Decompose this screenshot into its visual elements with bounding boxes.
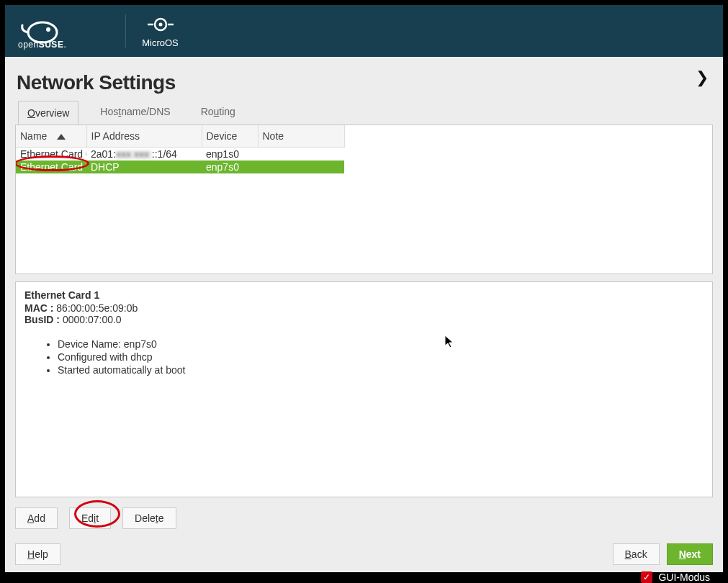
tabs: Overview Hostname/DNS Routing (15, 100, 713, 125)
brand-microos: MicroOS (142, 14, 179, 48)
checkbox-icon[interactable]: ✓ (641, 571, 652, 583)
col-name[interactable]: Name (16, 125, 86, 147)
status-bar: ✓ GUI-Modus (5, 572, 723, 583)
col-note[interactable]: Note (258, 125, 344, 147)
wizard-footer: Help Back Next (15, 536, 713, 565)
overview-panel: Name IP Address Device Note Ethernet Car… (15, 125, 713, 565)
microos-label: MicroOS (142, 37, 179, 48)
table-header-row[interactable]: Name IP Address Device Note (16, 125, 344, 147)
table-row[interactable]: Ethernet Card 1 DHCP enp7s0 (16, 161, 344, 173)
add-button[interactable]: Add (15, 507, 58, 529)
svg-point-1 (46, 27, 50, 32)
edit-button[interactable]: Edit (69, 507, 111, 529)
details-bullets: Device Name: enp7s0 Configured with dhcp… (58, 338, 704, 376)
content-area: ❯ Network Settings Overview Hostname/DNS… (5, 57, 723, 572)
details-busid: BusID : 0000:07:00.0 (24, 314, 704, 325)
detail-bullet: Started automatically at boot (58, 364, 704, 376)
table-row[interactable]: Ethernet Card 0 2a01:xxx:xxx:::1/64 enp1… (16, 147, 344, 161)
titlebar: openSUSE. MicroOS (5, 5, 723, 57)
app-window: openSUSE. MicroOS ❯ Network Settings Ove… (5, 5, 723, 572)
tab-hostname-dns[interactable]: Hostname/DNS (91, 100, 179, 125)
details-title: Ethernet Card 1 (24, 289, 704, 301)
details-mac: MAC : 86:00:00:5e:09:0b (24, 302, 704, 314)
next-button[interactable]: Next (667, 543, 713, 565)
interface-details: Ethernet Card 1 MAC : 86:00:00:5e:09:0b … (15, 281, 713, 497)
brand-divider (125, 14, 126, 48)
col-device[interactable]: Device (202, 125, 258, 147)
col-ip[interactable]: IP Address (86, 125, 202, 147)
tab-overview[interactable]: Overview (18, 101, 78, 125)
help-button[interactable]: Help (15, 543, 60, 565)
table-actions: Add Edit Delete (15, 505, 713, 529)
page-title: Network Settings (17, 71, 713, 94)
tab-routing[interactable]: Routing (192, 100, 244, 125)
detail-bullet: Configured with dhcp (58, 351, 704, 363)
sort-asc-icon (57, 134, 66, 140)
brand-label: openSUSE. (18, 40, 66, 50)
interface-table[interactable]: Name IP Address Device Note Ethernet Car… (15, 125, 713, 274)
detail-bullet: Device Name: enp7s0 (58, 338, 704, 350)
dark-mode-icon[interactable]: ❯ (696, 68, 709, 87)
status-label: GUI-Modus (658, 571, 710, 583)
delete-button[interactable]: Delete (122, 507, 176, 529)
svg-point-3 (158, 22, 162, 26)
back-button[interactable]: Back (613, 543, 660, 565)
microos-logo-icon (148, 14, 174, 35)
